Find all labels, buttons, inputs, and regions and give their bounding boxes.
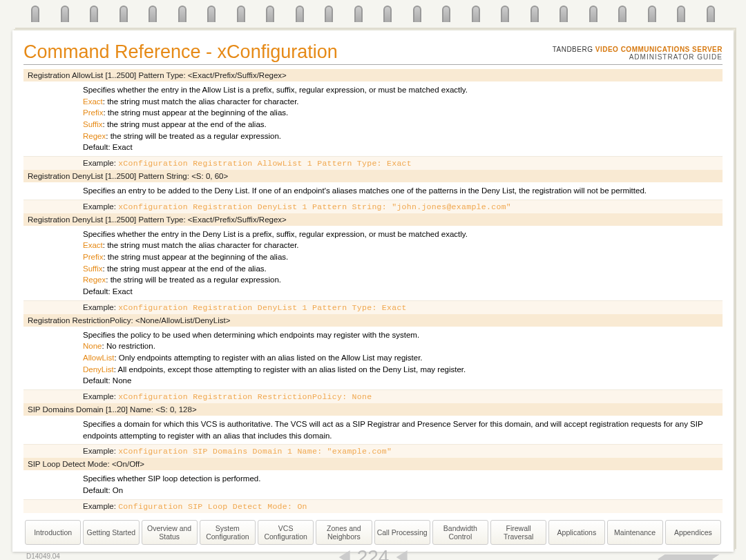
header-branding: TANDBERG VIDEO COMMUNICATIONS SERVER ADM… bbox=[553, 46, 723, 61]
nav-call-processing[interactable]: Call Processing bbox=[374, 520, 430, 545]
nav-applications[interactable]: Applications bbox=[548, 520, 604, 545]
prev-page-icon[interactable] bbox=[339, 550, 350, 560]
nav-firewall-traversal[interactable]: Firewall Traversal bbox=[490, 520, 546, 545]
config-item-example: Example: xConfiguration Registration Den… bbox=[23, 200, 723, 213]
nav-getting-started[interactable]: Getting Started bbox=[83, 520, 139, 545]
brand-prefix: TANDBERG bbox=[553, 46, 593, 53]
nav-introduction[interactable]: Introduction bbox=[25, 520, 81, 545]
config-item-body: Specifies an entry to be added to the De… bbox=[23, 182, 723, 200]
brand-suffix: VIDEO COMMUNICATIONS SERVER bbox=[595, 46, 723, 53]
config-item-body: Specifies a domain for which this VCS is… bbox=[23, 416, 723, 445]
config-item-example: Example: xConfiguration SIP Domains Doma… bbox=[23, 445, 723, 458]
config-item-body: Specifies whether the entry in the Deny … bbox=[23, 226, 723, 301]
bottom-nav: IntroductionGetting StartedOverview and … bbox=[23, 520, 723, 545]
config-item-head: SIP Domains Domain [1..20] Name: <S: 0, … bbox=[23, 403, 723, 416]
nav-vcs-configuration[interactable]: VCS Configuration bbox=[258, 520, 314, 545]
spiral-binding bbox=[0, 0, 746, 33]
config-item-example: Example: xConfiguration Registration All… bbox=[23, 157, 723, 170]
config-item-head: Registration RestrictionPolicy: <None/Al… bbox=[23, 314, 723, 327]
config-item-head: Registration DenyList [1..2500] Pattern … bbox=[23, 170, 723, 182]
config-item-head: SIP Loop Detect Mode: <On/Off> bbox=[23, 458, 723, 470]
config-item-body: Specifies the policy to be used when det… bbox=[23, 327, 723, 390]
page-body: Command Reference - xConfiguration TANDB… bbox=[12, 30, 734, 552]
nav-maintenance[interactable]: Maintenance bbox=[607, 520, 663, 545]
next-page-arrow[interactable] bbox=[658, 554, 720, 560]
config-item-body: Specifies whether SIP loop detection is … bbox=[23, 470, 723, 499]
nav-system-configuration[interactable]: System Configuration bbox=[200, 520, 256, 545]
config-item-example: Example: xConfiguration Registration Den… bbox=[23, 301, 723, 314]
doc-number: D14049.04 JULY 2008 bbox=[26, 552, 60, 560]
nav-zones-and-neighbors[interactable]: Zones and Neighbors bbox=[316, 520, 372, 545]
nav-overview-and-status[interactable]: Overview and Status bbox=[142, 520, 198, 545]
nav-appendices[interactable]: Appendices bbox=[665, 520, 721, 545]
brand-subtitle: ADMINISTRATOR GUIDE bbox=[553, 53, 723, 61]
config-item-example: Example: Configuration SIP Loop Detect M… bbox=[23, 500, 723, 513]
config-item-example: Example: xConfiguration Registration Res… bbox=[23, 390, 723, 403]
config-item-head: Registration AllowList [1..2500] Pattern… bbox=[23, 69, 723, 81]
page-number: 224 bbox=[339, 546, 408, 560]
config-item-head: Registration DenyList [1..2500] Pattern … bbox=[23, 213, 723, 226]
config-item-body: Specifies whether the entry in the Allow… bbox=[23, 81, 723, 157]
prev-page-icon-2[interactable] bbox=[396, 550, 407, 560]
nav-bandwidth-control[interactable]: Bandwidth Control bbox=[432, 520, 488, 545]
